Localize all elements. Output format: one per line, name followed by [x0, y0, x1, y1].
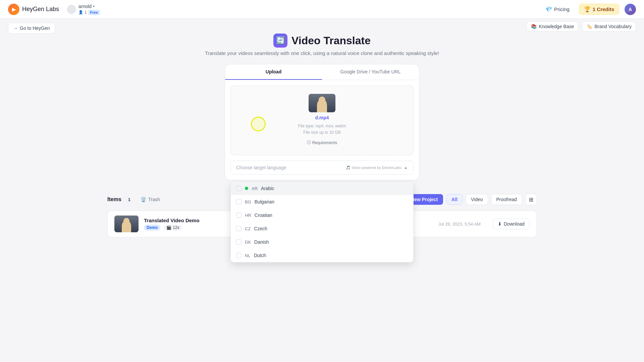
film-icon: 🎬	[166, 225, 171, 230]
pricing-button[interactable]: 💎 Pricing	[541, 4, 574, 14]
requirements-button[interactable]: ⓘ Requirements	[304, 138, 340, 147]
video-thumbnail	[309, 94, 335, 112]
bulgarian-checkbox[interactable]	[236, 199, 241, 204]
items-right: + New Project All Video Proofread ⊞	[401, 194, 537, 205]
language-item-czech[interactable]: CZ Czech	[231, 222, 413, 235]
user-menu[interactable]: arnold ▾ 👤 1 Free	[64, 2, 103, 16]
language-selector[interactable]: Choose target language 🎵 Voice powered b…	[230, 161, 414, 175]
language-selector-placeholder: Choose target language	[236, 165, 286, 170]
upload-drop-area[interactable]: d.mp4 File type: mp4, mov, webm File siz…	[230, 85, 414, 155]
user-icon: 👤	[78, 10, 83, 14]
file-type-info: File type: mp4, mov, webm File size up t…	[298, 123, 346, 136]
arabic-label: Arabic	[261, 186, 274, 191]
info-icon: ⓘ	[307, 140, 311, 145]
project-thumbnail	[114, 216, 139, 232]
czech-checkbox[interactable]	[236, 226, 241, 231]
items-count: 1	[125, 196, 133, 203]
danish-label: Danish	[254, 239, 269, 245]
language-dropdown: AR Arabic BG Bulgarian HR Croatian CZ Cz…	[230, 181, 414, 262]
croatian-label: Croatian	[255, 213, 272, 218]
project-thumb-preview	[114, 216, 139, 232]
upload-tab[interactable]: Upload	[225, 64, 322, 80]
croatian-checkbox[interactable]	[236, 213, 241, 218]
brand-vocabulary-button[interactable]: 🏷️ Brand Vocabulary	[582, 21, 636, 32]
danish-checkbox[interactable]	[236, 239, 241, 245]
arabic-flag-code: AR	[252, 186, 258, 191]
grid-view-button[interactable]: ⊞	[525, 194, 537, 205]
project-date: Jul 28, 2023, 5:54 AM	[438, 222, 481, 227]
filter-all-button[interactable]: All	[446, 194, 463, 205]
knowledge-base-button[interactable]: 📚 Knowledge Base	[527, 21, 578, 32]
plan-badge: Free	[88, 10, 100, 15]
top-navigation: ▶ HeyGen Labs arnold ▾ 👤 1 Free 💎	[0, 0, 644, 19]
secondary-navigation: 📚 Knowledge Base 🏷️ Brand Vocabulary	[519, 19, 644, 34]
arrow-right-icon: →	[13, 25, 18, 31]
credits-icon: 🏆	[584, 6, 591, 12]
pricing-icon: 💎	[545, 6, 552, 12]
brand-vocabulary-icon: 🏷️	[587, 24, 592, 29]
croatian-flag-code: HR	[245, 213, 251, 218]
dutch-checkbox[interactable]	[236, 253, 241, 258]
danish-flag-code: DK	[245, 240, 251, 245]
language-item-bulgarian[interactable]: BG Bulgarian	[231, 195, 413, 208]
grid-icon: ⊞	[529, 196, 533, 203]
arabic-availability-dot	[245, 187, 248, 190]
trash-icon: 🗑️	[141, 197, 146, 202]
knowledge-base-icon: 📚	[531, 24, 537, 29]
page-subtitle: Translate your videos seamlessly with on…	[205, 50, 439, 56]
dutch-flag-code: NL	[245, 253, 251, 258]
download-icon: ⬇	[498, 221, 502, 227]
translate-icon: 🔄	[273, 34, 287, 48]
trash-button[interactable]: 🗑️ Trash	[137, 195, 163, 204]
logo-area[interactable]: ▶ HeyGen Labs	[8, 4, 59, 15]
filter-proofread-button[interactable]: Proofread	[491, 194, 522, 205]
brand-name: HeyGen Labs	[22, 6, 59, 13]
filter-video-button[interactable]: Video	[466, 194, 488, 205]
language-selector-right: 🎵 Voice powered by ElevenLabs ▲	[346, 165, 408, 170]
language-item-danish[interactable]: DK Danish	[231, 235, 413, 249]
language-item-croatian[interactable]: HR Croatian	[231, 208, 413, 222]
arabic-checkbox[interactable]	[236, 186, 241, 191]
go-to-heygen-button[interactable]: → Go to HeyGen	[8, 23, 55, 34]
credits-button[interactable]: 🏆 1 Credits	[579, 4, 619, 15]
user-avatar-circle[interactable]: A	[625, 4, 636, 15]
language-item-arabic[interactable]: AR Arabic	[231, 182, 413, 195]
items-left: Items 1 🗑️ Trash	[107, 195, 163, 204]
nav-right: 💎 Pricing 🏆 1 Credits A	[541, 4, 636, 15]
page-title: 🔄 Video Translate	[205, 34, 439, 48]
dutch-label: Dutch	[254, 253, 266, 258]
heygen-logo-icon: ▶	[8, 4, 19, 15]
file-name: d.mp4	[315, 115, 329, 120]
google-drive-tab[interactable]: Google Drive / YouTube URL	[322, 64, 419, 80]
user-name: arnold	[78, 4, 92, 9]
items-label: Items	[107, 196, 121, 202]
upload-container: Upload Google Drive / YouTube URL d.mp4 …	[225, 64, 419, 180]
czech-flag-code: CZ	[245, 226, 251, 231]
demo-badge: Demo	[144, 225, 160, 231]
elevenlabs-icon: 🎵	[346, 166, 351, 170]
nav-left: ▶ HeyGen Labs arnold ▾ 👤 1 Free	[8, 2, 103, 16]
download-button[interactable]: ⬇ Download	[493, 219, 530, 229]
language-selector-wrapper: Choose target language 🎵 Voice powered b…	[225, 161, 419, 180]
thumbnail-preview	[309, 94, 335, 112]
page-header: 🔄 Video Translate Translate your videos …	[205, 34, 439, 56]
bulgarian-flag-code: BG	[245, 199, 251, 204]
user-avatar	[67, 5, 76, 14]
czech-label: Czech	[254, 226, 267, 231]
user-count: 👤 1 Free	[78, 10, 100, 15]
main-content: 🔄 Video Translate Translate your videos …	[0, 0, 644, 237]
chevron-up-icon: ▲	[404, 165, 408, 170]
upload-tabs: Upload Google Drive / YouTube URL	[225, 64, 419, 80]
language-item-dutch[interactable]: NL Dutch	[231, 249, 413, 262]
bulgarian-label: Bulgarian	[255, 199, 274, 204]
elevenlabs-badge: 🎵 Voice powered by ElevenLabs	[346, 166, 401, 170]
duration-badge: 🎬 12s	[164, 225, 182, 231]
chevron-down-icon: ▾	[93, 4, 95, 8]
